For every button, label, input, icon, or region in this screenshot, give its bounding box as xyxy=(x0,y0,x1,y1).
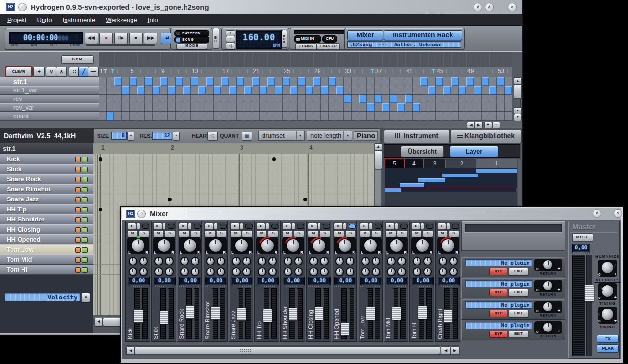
fx-send-knob[interactable] xyxy=(372,257,380,265)
song-cell[interactable] xyxy=(137,103,145,112)
instrument-solo-button[interactable] xyxy=(82,257,88,263)
song-cell[interactable] xyxy=(321,86,329,95)
song-cell[interactable] xyxy=(214,112,221,121)
strip-play-button[interactable]: ▶ xyxy=(179,223,188,230)
song-cell[interactable] xyxy=(260,103,267,112)
instrument-row-tom-mid[interactable]: Tom Mid xyxy=(0,254,93,265)
song-cell[interactable] xyxy=(367,103,375,112)
song-cell[interactable] xyxy=(99,112,107,121)
instrument-solo-button[interactable] xyxy=(82,177,88,182)
song-cell[interactable] xyxy=(375,86,382,95)
instrument-row-snare-jazz[interactable]: Snare Jazz xyxy=(0,194,93,204)
song-cell[interactable] xyxy=(321,95,329,103)
song-cell[interactable] xyxy=(344,103,352,112)
strip-trigger-button[interactable] xyxy=(369,223,373,230)
song-cell[interactable] xyxy=(252,77,260,86)
mixer-titlebar[interactable]: H2 ○ Mixer ∨ × xyxy=(122,208,621,220)
strip-trigger-button[interactable] xyxy=(162,223,166,230)
fx-send-knob[interactable] xyxy=(361,257,370,265)
strip-mute-button[interactable]: M xyxy=(411,230,422,237)
song-cell[interactable] xyxy=(329,112,336,121)
song-cell[interactable] xyxy=(214,103,221,112)
song-cell[interactable] xyxy=(474,103,482,112)
song-cell[interactable] xyxy=(237,77,244,86)
song-cell[interactable] xyxy=(313,103,321,112)
song-zoom-out-button[interactable]: − xyxy=(492,122,500,129)
mixer-hscroll-thumb[interactable] xyxy=(135,346,440,355)
strip-mute-button[interactable]: M xyxy=(153,230,164,237)
fx-plugin-name-display[interactable]: No plugin xyxy=(465,322,532,329)
song-cell[interactable] xyxy=(298,112,306,121)
strip-mute-button[interactable]: M xyxy=(127,230,138,237)
song-cell[interactable] xyxy=(168,77,176,86)
song-cell[interactable] xyxy=(443,86,451,95)
fx-send-knob[interactable] xyxy=(258,257,266,265)
master-fader-track[interactable] xyxy=(586,255,592,356)
instrument-row-snare-rimshot[interactable]: Snare Rimshot xyxy=(0,184,93,194)
master-peak-button[interactable]: PEAK xyxy=(597,344,619,353)
note-dot[interactable] xyxy=(272,157,276,161)
song-cell[interactable] xyxy=(191,77,198,86)
song-cell[interactable] xyxy=(283,95,290,103)
property-select-display[interactable]: Velocity xyxy=(5,293,80,301)
metronome-button[interactable]: ◁) xyxy=(226,43,235,49)
song-cell[interactable] xyxy=(497,103,505,112)
song-cell[interactable] xyxy=(145,95,153,103)
strip-solo-button[interactable]: S xyxy=(449,230,459,237)
song-cell[interactable] xyxy=(290,77,298,86)
play-pause-button[interactable]: II▶ xyxy=(114,33,128,44)
song-cell[interactable] xyxy=(382,86,390,95)
song-cell[interactable] xyxy=(382,77,390,86)
strip-trigger-button[interactable] xyxy=(446,223,450,230)
song-cell[interactable] xyxy=(420,103,428,112)
tempo-marker[interactable]: T xyxy=(371,68,374,74)
fx-send-knob[interactable] xyxy=(335,257,344,265)
song-cell[interactable] xyxy=(489,103,497,112)
song-cell[interactable] xyxy=(183,103,191,112)
rack-mini-scrollbar[interactable] xyxy=(518,159,521,208)
song-cell[interactable] xyxy=(206,86,214,95)
song-cell[interactable] xyxy=(260,77,267,86)
pattern-row-rev-var[interactable]: rev_var xyxy=(0,103,99,112)
song-cell[interactable] xyxy=(413,86,420,95)
song-cell[interactable] xyxy=(505,112,512,121)
fx-send-knob[interactable] xyxy=(284,267,292,276)
song-cell[interactable] xyxy=(321,77,329,86)
fx-send-knob[interactable] xyxy=(154,257,163,265)
fx-return-knob[interactable] xyxy=(542,259,553,270)
strip-solo-button[interactable]: S xyxy=(190,230,201,237)
song-cell[interactable] xyxy=(176,95,183,103)
song-cell[interactable] xyxy=(436,112,443,121)
song-cell[interactable] xyxy=(482,112,489,121)
strip-mute-button[interactable]: M xyxy=(308,230,319,237)
instrument-solo-button[interactable] xyxy=(82,237,88,243)
song-cell[interactable] xyxy=(313,77,321,86)
fx-send-knob[interactable] xyxy=(372,267,380,276)
song-cell[interactable] xyxy=(474,86,482,95)
fx-send-knob[interactable] xyxy=(154,267,163,276)
song-cell[interactable] xyxy=(214,95,221,103)
strip-fader-handle[interactable] xyxy=(418,306,427,319)
song-cell[interactable] xyxy=(405,86,413,95)
song-cell[interactable] xyxy=(237,112,244,121)
pattern-mode-row[interactable]: PATTERN xyxy=(174,30,209,37)
song-cell[interactable] xyxy=(221,103,229,112)
fx-send-knob[interactable] xyxy=(180,267,189,276)
menu-item-werkzeuge[interactable]: Werkzeuge xyxy=(100,14,143,26)
song-cell[interactable] xyxy=(459,103,466,112)
instrument-mute-button[interactable] xyxy=(75,187,81,192)
song-cell[interactable] xyxy=(283,103,290,112)
song-cell[interactable] xyxy=(145,103,153,112)
fx-send-knob[interactable] xyxy=(165,257,174,265)
song-cell[interactable] xyxy=(367,86,375,95)
note-dot[interactable] xyxy=(99,157,102,161)
instrument-mute-button[interactable] xyxy=(75,177,81,182)
song-cell[interactable] xyxy=(428,86,436,95)
fx-send-knob[interactable] xyxy=(449,257,458,265)
song-cell[interactable] xyxy=(375,95,382,103)
song-cell[interactable] xyxy=(482,95,489,103)
strip-mute-button[interactable]: M xyxy=(386,230,396,237)
song-cell[interactable] xyxy=(359,77,367,86)
song-cell[interactable] xyxy=(329,103,336,112)
mixer-minimize-button[interactable]: ∨ xyxy=(593,209,601,218)
